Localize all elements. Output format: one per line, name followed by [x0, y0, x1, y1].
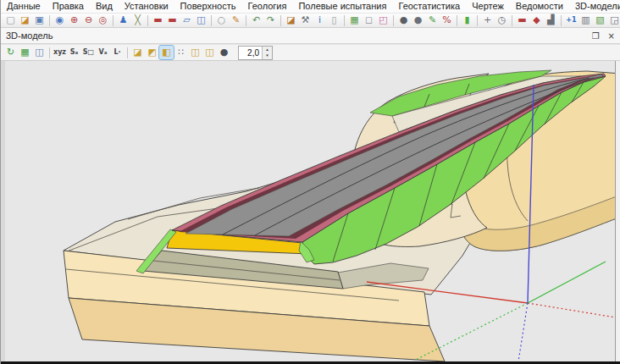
info-icon[interactable]: i [313, 14, 327, 27]
view-profile-icon[interactable]: ▬ [165, 14, 180, 27]
plane-area-icon[interactable]: S□ [81, 46, 96, 59]
briefcase-icon[interactable]: ◪ [284, 14, 298, 27]
texture-icon[interactable]: ▧ [593, 14, 607, 27]
menu-reports[interactable]: Ведомости [510, 0, 569, 13]
length-icon[interactable]: L· [110, 46, 125, 59]
save-icon[interactable]: ▣ [32, 14, 47, 27]
close-panel-button[interactable]: × [608, 31, 615, 41]
rotate-icon[interactable]: ◷ [495, 14, 509, 27]
window-icon[interactable]: ◻ [362, 14, 376, 27]
menu-field-tests[interactable]: Полевые испытания [292, 0, 392, 13]
menu-surface[interactable]: Поверхность [174, 0, 242, 13]
pencil-icon[interactable]: ✎ [229, 14, 243, 27]
xyz-point-icon[interactable]: xyz [53, 46, 67, 59]
view-plan-icon[interactable]: ▬ [151, 14, 165, 27]
sphere-point-icon[interactable]: ● [396, 14, 411, 27]
float-panel-button[interactable]: ❐ [592, 31, 600, 41]
3d-toolbar-icons: ↻▦◫xyzSₐS□VₐL·◪◩◧∷◫◫● [3, 46, 231, 59]
database-icon[interactable]: ▱ [180, 14, 194, 27]
scale-decrement-button[interactable]: ▾ [263, 52, 272, 59]
menu-view[interactable]: Вид [90, 0, 119, 13]
panel-titlebar: 3D-модель ❐ × [1, 28, 620, 44]
spin-buttons: ▴ ▾ [262, 47, 272, 59]
percent-icon[interactable]: % [440, 14, 454, 27]
refresh-model-icon[interactable]: ↻ [3, 46, 18, 59]
display-scale-spinner[interactable]: 2,0 ▴ ▾ [238, 46, 273, 60]
viewport-left-edge [1, 61, 5, 361]
columns-icon[interactable]: ▥ [578, 14, 593, 27]
slope-area-icon[interactable]: Sₐ [67, 46, 81, 59]
sphere-flag-icon[interactable]: ● [411, 14, 425, 27]
find-icon[interactable]: ○ [214, 14, 229, 27]
volume-icon[interactable]: Vₐ [96, 46, 110, 59]
model-solid-icon[interactable]: ◪ [130, 46, 145, 59]
redo-icon[interactable]: ↷ [263, 14, 278, 27]
display-scale-value[interactable]: 2,0 [239, 47, 262, 59]
open-box-2-icon[interactable]: ◫ [202, 46, 217, 59]
menu-geostatistics[interactable]: Геостатистика [392, 0, 466, 13]
fit-extents-icon[interactable]: ╳ [130, 14, 145, 27]
export-icon[interactable]: ◲ [607, 14, 620, 27]
screen-icon[interactable]: ◫ [32, 46, 47, 59]
3d-scene[interactable] [1, 61, 620, 361]
menu-bar: ДанныеПравкаВидУстановкиПоверхностьГеоло… [1, 0, 620, 13]
zoom-window-icon[interactable]: ◎ [96, 14, 110, 27]
add-one-icon[interactable]: +1 [564, 14, 578, 27]
model-shaded-icon[interactable]: ◩ [145, 46, 159, 59]
zoom-pan-icon[interactable]: ◉ [53, 14, 67, 27]
menu-data[interactable]: Данные [1, 0, 47, 13]
menu-geology[interactable]: Геология [241, 0, 292, 13]
menu-drawing[interactable]: Чертеж [466, 0, 510, 13]
zoom-out-icon[interactable]: ⊖ [81, 14, 96, 27]
application-window: ДанныеПравкаВидУстановкиПоверхностьГеоло… [0, 0, 620, 364]
open-box-icon[interactable]: ◫ [188, 46, 202, 59]
surface-grid-icon[interactable]: ▦ [18, 46, 32, 59]
viewport-scrollbar[interactable] [615, 61, 620, 361]
open-folder-icon[interactable]: ◪ [18, 14, 32, 27]
zoom-in-icon[interactable]: ⊕ [67, 14, 81, 27]
tools-icon[interactable]: ⚒ [298, 14, 313, 27]
menu-edit[interactable]: Правка [47, 0, 90, 13]
section-marks-icon[interactable]: ∷ [174, 46, 188, 59]
edit-surface-icon[interactable]: ✎ [425, 14, 440, 27]
undo-icon[interactable]: ↶ [249, 14, 263, 27]
menu-settings[interactable]: Установки [119, 0, 174, 13]
menu-3d-models[interactable]: 3D-модели [569, 0, 620, 13]
screen-view-icon[interactable]: ◫ [194, 14, 208, 27]
model-selected-icon[interactable]: ◧ [159, 46, 174, 59]
legend-icon[interactable]: ▮ [460, 14, 474, 27]
profile-marks-icon[interactable]: ◆ [529, 14, 544, 27]
panel-title: 3D-модель [6, 30, 584, 41]
level-marks-icon[interactable]: ▬ [515, 14, 529, 27]
new-document-icon[interactable]: ▢ [3, 14, 18, 27]
3d-viewport[interactable] [1, 61, 620, 361]
surveyor-icon[interactable]: ♟ [116, 14, 130, 27]
move-icon[interactable]: + [480, 14, 495, 27]
material-sphere-icon[interactable]: ● [217, 46, 231, 59]
histogram-icon[interactable]: ▟ [544, 14, 558, 27]
scale-increment-button[interactable]: ▴ [263, 47, 272, 53]
main-toolbar: ▢◪▣◉⊕⊖◎♟╳▬▬▱◫○✎↶↷◪⚒i▯▦◻◰●●✎%▮+◷▬◆▟+1▥▧◲◱… [1, 13, 620, 28]
3d-toolbar: ↻▦◫xyzSₐS□VₐL·◪◩◧∷◫◫● 2,0 ▴ ▾ [1, 44, 620, 61]
new-window-icon[interactable]: ◰ [376, 14, 390, 27]
table-icon[interactable]: ▦ [347, 14, 362, 27]
report-icon[interactable]: ▯ [327, 14, 341, 27]
